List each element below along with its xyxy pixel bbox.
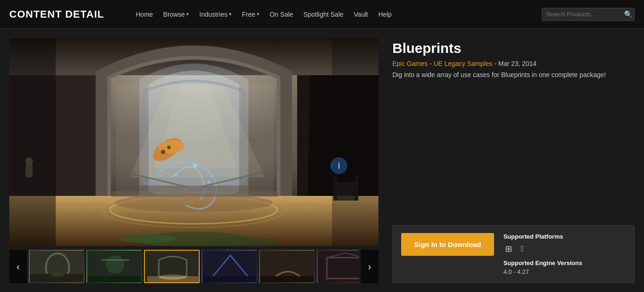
mac-icon:  (517, 244, 527, 254)
next-thumbnail-button[interactable]: › (361, 250, 378, 283)
main-image: i (9, 38, 378, 246)
thumbnails-container (29, 250, 359, 283)
thumbnail-5[interactable] (259, 250, 315, 283)
thumbnail-strip: ‹ (9, 250, 378, 283)
svg-rect-30 (111, 191, 279, 197)
nav-browse[interactable]: Browse ▾ (160, 9, 193, 20)
svg-point-23 (201, 197, 203, 200)
svg-rect-31 (118, 186, 272, 191)
main-content: i (0, 29, 644, 292)
svg-rect-54 (202, 276, 257, 283)
svg-point-45 (51, 273, 65, 277)
product-description: Dig into a wide array of use cases for B… (392, 70, 635, 80)
svg-rect-48 (87, 276, 142, 283)
info-panel: Blueprints Epic Games - UE Legacy Sample… (392, 38, 635, 283)
thumbnail-4[interactable] (202, 250, 257, 283)
browse-chevron-icon: ▾ (186, 11, 189, 17)
svg-point-47 (106, 255, 124, 274)
free-chevron-icon: ▾ (257, 11, 260, 17)
svg-rect-29 (116, 84, 274, 196)
nav-spotlight-sale[interactable]: Spotlight Sale (299, 9, 347, 20)
site-title: CONTENT DETAIL (9, 8, 104, 20)
search-wrapper[interactable]: 🔍 (542, 8, 635, 21)
nav-vault[interactable]: Vault (350, 9, 372, 20)
supported-platforms-label: Supported Platforms (503, 233, 626, 240)
nav-help[interactable]: Help (375, 9, 396, 20)
nav-home[interactable]: Home (132, 9, 156, 20)
svg-point-52 (159, 274, 187, 280)
product-info-box: Sign in to Download Supported Platforms … (392, 225, 635, 283)
platforms-info: Supported Platforms ⊞  Supported Engine… (503, 233, 626, 275)
download-button[interactable]: Sign in to Download (401, 233, 494, 256)
thumbnail-2[interactable] (86, 250, 142, 283)
search-icon[interactable]: 🔍 (624, 10, 633, 19)
scene-svg: i (9, 38, 378, 246)
main-nav: Home Browse ▾ Industries ▾ Free ▾ On Sal… (132, 9, 537, 20)
download-button-wrapper: Sign in to Download (401, 233, 494, 256)
engine-version-value: 4.0 - 4.27 (503, 268, 626, 275)
svg-marker-41 (332, 38, 378, 246)
nav-on-sale[interactable]: On Sale (266, 9, 297, 20)
search-input[interactable] (546, 11, 624, 18)
collection-link[interactable]: UE Legacy Samples (434, 60, 493, 67)
product-meta: Epic Games - UE Legacy Samples - Mar 23,… (392, 60, 635, 67)
thumbnail-6[interactable] (317, 250, 359, 283)
media-panel: i (9, 38, 378, 283)
nav-free[interactable]: Free ▾ (238, 9, 263, 20)
svg-rect-56 (260, 276, 315, 283)
svg-point-34 (121, 234, 176, 243)
industries-chevron-icon: ▾ (229, 11, 232, 17)
platform-icons: ⊞  (503, 244, 626, 254)
supported-engine-versions-label: Supported Engine Versions (503, 260, 626, 266)
author-link[interactable]: Epic Games (392, 60, 428, 67)
product-date: Mar 23, 2014 (498, 60, 537, 67)
windows-icon: ⊞ (503, 244, 514, 254)
nav-industries[interactable]: Industries ▾ (195, 9, 235, 20)
svg-marker-40 (9, 38, 56, 246)
thumbnail-1[interactable] (29, 250, 85, 283)
product-title: Blueprints (392, 40, 635, 56)
prev-thumbnail-button[interactable]: ‹ (9, 250, 27, 283)
thumbnail-3[interactable] (144, 250, 200, 283)
